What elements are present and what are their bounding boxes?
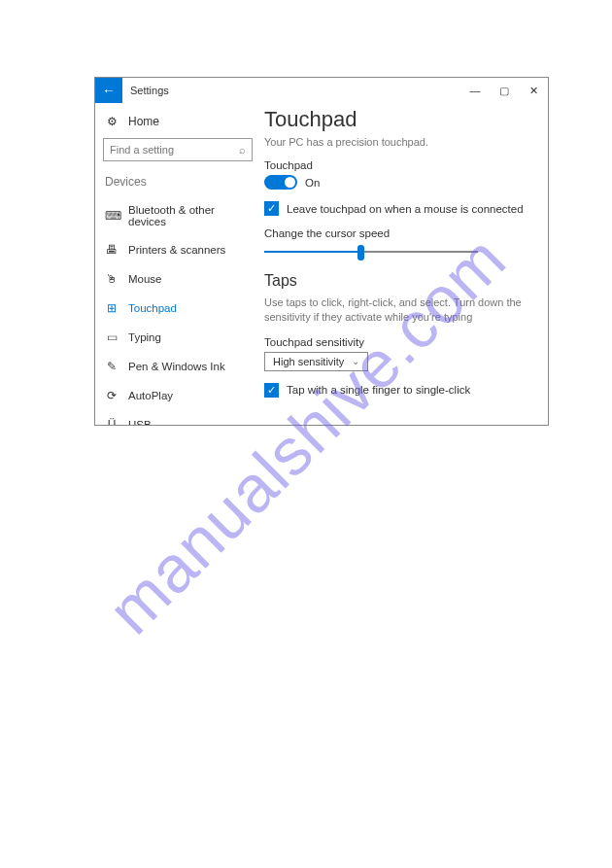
search-input[interactable]: Find a setting ⌕ — [103, 138, 253, 161]
sidebar: ⚙ Home Find a setting ⌕ Devices ⌨ Blueto… — [95, 103, 260, 425]
maximize-icon: ▢ — [499, 85, 509, 97]
sidebar-item-label: Pen & Windows Ink — [128, 361, 225, 372]
toggle-state: On — [305, 177, 320, 189]
cursor-speed-label: Change the cursor speed — [264, 227, 538, 239]
sensitivity-value: High sensitivity — [273, 356, 344, 367]
check-icon: ✓ — [267, 384, 276, 397]
gear-icon: ⚙ — [105, 115, 119, 128]
sidebar-item-label: Bluetooth & other devices — [128, 204, 251, 227]
sidebar-item-usb[interactable]: Ü USB — [103, 410, 253, 425]
touchpad-icon: ⊞ — [105, 301, 119, 315]
close-button[interactable]: ✕ — [519, 78, 548, 103]
bluetooth-icon: ⌨ — [105, 209, 119, 223]
check-icon: ✓ — [267, 202, 276, 215]
maximize-button[interactable]: ▢ — [490, 78, 519, 103]
back-button[interactable]: ← — [95, 78, 122, 103]
sensitivity-dropdown[interactable]: High sensitivity ⌄ — [264, 352, 368, 371]
home-button[interactable]: ⚙ Home — [103, 111, 253, 138]
search-icon: ⌕ — [239, 144, 246, 156]
sidebar-item-touchpad[interactable]: ⊞ Touchpad — [103, 294, 253, 323]
usb-icon: Ü — [105, 418, 119, 425]
minimize-button[interactable]: — — [460, 78, 490, 103]
page-subtitle: Your PC has a precision touchpad. — [264, 136, 538, 148]
autoplay-icon: ⟳ — [105, 389, 119, 402]
keyboard-icon: ▭ — [105, 330, 119, 344]
touchpad-toggle[interactable] — [264, 175, 297, 190]
leave-on-checkbox[interactable]: ✓ — [264, 201, 279, 216]
printer-icon: 🖶 — [105, 243, 119, 257]
cursor-speed-slider[interactable] — [264, 243, 478, 260]
minimize-icon: — — [470, 85, 481, 96]
mouse-icon: 🖱 — [105, 272, 119, 286]
chevron-down-icon: ⌄ — [352, 356, 359, 366]
sidebar-item-mouse[interactable]: 🖱 Mouse — [103, 264, 253, 294]
arrow-left-icon: ← — [102, 83, 116, 98]
sensitivity-label: Touchpad sensitivity — [264, 336, 538, 348]
sidebar-item-printers[interactable]: 🖶 Printers & scanners — [103, 235, 253, 264]
sidebar-item-label: Typing — [128, 331, 161, 343]
settings-window: ← Settings — ▢ ✕ ⚙ Home Find a setting ⌕… — [94, 77, 549, 426]
sidebar-item-label: Touchpad — [128, 302, 177, 314]
touchpad-toggle-label: Touchpad — [264, 159, 538, 171]
taps-heading: Taps — [264, 272, 538, 290]
sidebar-item-label: AutoPlay — [128, 390, 173, 401]
home-label: Home — [128, 115, 159, 128]
sidebar-item-label: Printers & scanners — [128, 244, 225, 256]
close-icon: ✕ — [529, 85, 538, 97]
pen-icon: ✎ — [105, 360, 119, 373]
toggle-knob-icon — [285, 177, 295, 188]
sidebar-group-label: Devices — [103, 175, 253, 196]
window-title: Settings — [122, 78, 460, 103]
titlebar: ← Settings — ▢ ✕ — [95, 78, 548, 103]
search-placeholder: Find a setting — [110, 144, 239, 156]
page-title: Touchpad — [264, 107, 538, 132]
slider-fill — [264, 251, 361, 253]
sidebar-item-label: Mouse — [128, 273, 162, 285]
leave-on-label: Leave touchpad on when a mouse is connec… — [287, 203, 524, 215]
slider-thumb-icon — [357, 245, 364, 260]
tap-single-checkbox[interactable]: ✓ — [264, 383, 279, 398]
taps-description: Use taps to click, right-click, and sele… — [264, 295, 538, 325]
sidebar-item-label: USB — [128, 419, 152, 425]
main-panel: Touchpad Your PC has a precision touchpa… — [260, 103, 548, 425]
tap-single-label: Tap with a single finger to single-click — [287, 384, 470, 396]
sidebar-item-typing[interactable]: ▭ Typing — [103, 323, 253, 352]
sidebar-item-bluetooth[interactable]: ⌨ Bluetooth & other devices — [103, 196, 253, 235]
sidebar-item-pen[interactable]: ✎ Pen & Windows Ink — [103, 352, 253, 381]
sidebar-item-autoplay[interactable]: ⟳ AutoPlay — [103, 381, 253, 410]
